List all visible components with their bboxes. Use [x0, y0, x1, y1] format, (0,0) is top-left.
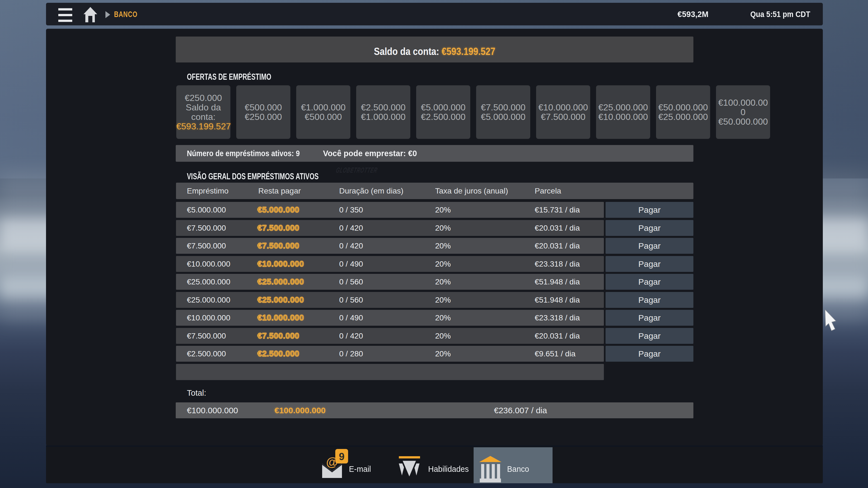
svg-text:9: 9	[339, 451, 344, 462]
